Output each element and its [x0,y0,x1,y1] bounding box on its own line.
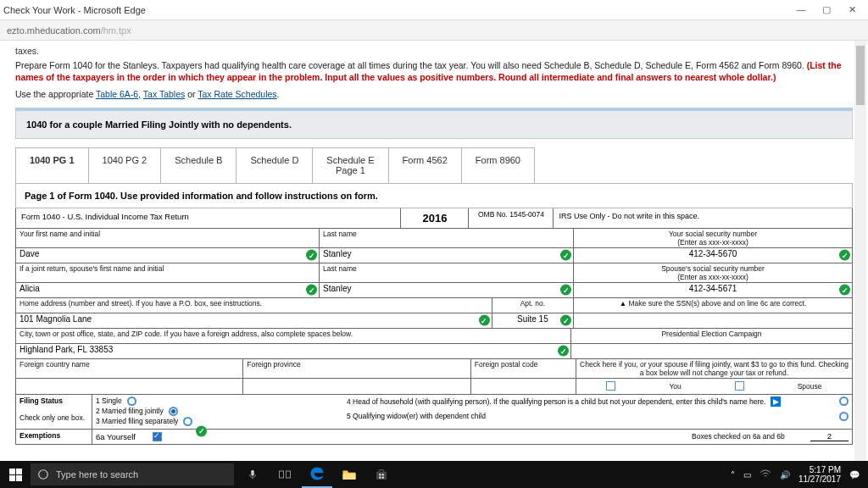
address-input[interactable]: 101 Magnolia Lane [19,314,92,324]
clock[interactable]: 5:17 PM 11/27/2017 [798,465,841,484]
label-ssn: Your social security number [577,230,849,238]
check-icon [306,250,317,261]
label-foreign-province: Foreign province [247,360,466,369]
url-host: ezto.mheducation.com [7,25,101,36]
radio-single[interactable] [127,396,136,406]
address-bar[interactable]: ezto.mheducation.com/hm.tpx [0,20,868,41]
instructions: Prepare Form 1040 for the Stanleys. Taxp… [15,59,853,83]
tab-1040-pg2[interactable]: 1040 PG 2 [89,148,162,183]
cortana-icon [37,469,49,480]
link-tax-tables[interactable]: Tax Tables [143,89,185,99]
apt-input[interactable]: Suite 15 [517,314,548,324]
close-button[interactable]: ✕ [846,4,858,15]
label-foreign-country: Foreign country name [19,360,239,369]
check-icon [560,250,571,261]
tray-up-icon[interactable]: ˄ [731,470,735,480]
filing-status-label: Filing Status [19,396,63,405]
spouse-last-input[interactable]: Stanley [323,284,351,293]
boxes-count: 2 [810,431,849,441]
first-name-input[interactable]: Dave [19,249,39,258]
foreign-postal-input[interactable] [471,379,576,394]
you-checkbox[interactable] [606,381,615,391]
label-last-name: Last name [323,230,570,238]
taskbar: Type here to search ˄ ▭ 🔊 5:17 PM 11/27/… [0,461,868,488]
check-icon [560,315,571,326]
maximize-button[interactable]: ▢ [821,4,832,15]
svg-rect-8 [379,477,381,479]
svg-rect-4 [343,474,356,480]
check-icon [558,346,569,357]
battery-icon[interactable]: ▭ [743,470,751,480]
link-table-6a6[interactable]: Table 6A-6 [96,89,138,99]
label-foreign-postal: Foreign postal code [475,360,572,369]
fragment-text: taxes. [15,46,853,56]
radio-mfj[interactable] [169,407,178,416]
last-name-input[interactable]: Stanley [323,249,351,258]
foreign-country-input[interactable] [16,379,243,394]
url-path: /hm.tpx [101,25,131,36]
form-title: Form 1040 - U.S. Individual Income Tax R… [16,208,401,228]
notifications-icon[interactable]: 💬 [849,470,860,480]
radio-qw[interactable] [839,412,849,421]
expand-button[interactable]: ▶ [771,396,781,407]
tab-schedule-d[interactable]: Schedule D [236,148,313,183]
search-box[interactable]: Type here to search [31,463,234,485]
spouse-ssn-input[interactable]: 412-34-5671 [689,284,737,293]
omb-number: OMB No. 1545-0074 [469,208,554,228]
city-input[interactable]: Highland Park, FL 33853 [19,345,113,354]
link-tax-rate-schedules[interactable]: Tax Rate Schedules [198,89,276,99]
store-icon[interactable] [366,461,397,488]
label-spouse-first: If a joint return, spouse's first name a… [19,264,315,273]
tab-schedule-e[interactable]: Schedule E Page 1 [313,148,388,183]
tab-form-4562[interactable]: Form 4562 [389,148,462,183]
form-banner: 1040 for a couple Married Filing Jointly… [15,108,853,139]
explorer-icon[interactable] [334,461,364,488]
label-presidential: Presidential Election Campaign [575,330,849,338]
links-line: Use the appropriate Table 6A-6, Tax Tabl… [15,88,853,100]
spouse-first-input[interactable]: Alicia [19,284,40,293]
tab-schedule-b[interactable]: Schedule B [161,148,236,183]
edge-icon[interactable] [302,461,332,488]
label-spouse-ssn: Spouse's social security number [577,264,849,273]
page-title: Page 1 of Form 1040. Use provided inform… [15,183,853,208]
form-1040: Form 1040 - U.S. Individual Income Tax R… [15,208,853,445]
radio-mfs[interactable] [183,417,192,426]
task-view-icon[interactable] [270,461,300,488]
window-title: Check Your Work - Microsoft Edge [3,5,146,15]
scrollbar[interactable] [854,41,866,461]
form-year: 2016 [401,208,469,228]
label-spouse-last: Last name [323,264,570,273]
label-first-name: Your first name and initial [19,230,315,238]
ssn-input[interactable]: 412-34-5670 [689,249,737,258]
svg-rect-9 [382,477,384,479]
irs-use-only: IRS Use Only - Do not write in this spac… [554,208,852,228]
tab-bar: 1040 PG 1 1040 PG 2 Schedule B Schedule … [15,147,535,183]
svg-rect-5 [376,472,387,480]
foreign-province-input[interactable] [243,379,470,394]
check-icon [839,250,850,261]
check-icon [839,285,850,296]
exemptions-label: Exemptions [19,431,60,440]
tab-form-8960[interactable]: Form 8960 [462,148,534,183]
wifi-icon[interactable] [760,469,771,480]
tab-1040-pg1[interactable]: 1040 PG 1 [16,148,89,183]
start-button[interactable] [0,469,31,481]
ssn-note: ▲ Make sure the SSN(s) above and on line… [577,299,849,308]
svg-point-0 [39,470,48,480]
spouse-checkbox[interactable] [735,381,744,391]
mic-icon[interactable] [237,461,268,488]
svg-rect-7 [382,474,384,475]
presidential-note: Check here if you, or your spouse if fil… [580,360,849,377]
label-address: Home address (number and street). If you… [19,299,488,308]
check-icon [560,285,571,296]
svg-rect-3 [286,471,290,478]
check-icon [196,425,207,436]
yourself-checkbox[interactable] [153,432,162,441]
volume-icon[interactable]: 🔊 [780,470,790,480]
label-apt: Apt. no. [496,299,570,308]
minimize-button[interactable]: — [795,4,807,15]
label-city: City, town or post office, state, and ZI… [19,330,567,338]
radio-hoh[interactable] [839,396,849,406]
svg-rect-6 [379,474,381,475]
svg-rect-1 [251,470,254,476]
